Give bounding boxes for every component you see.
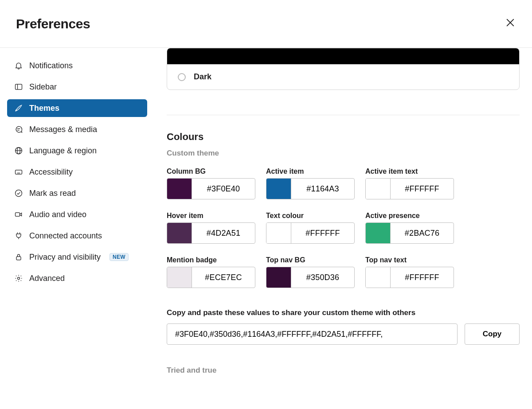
chat-icon xyxy=(14,125,23,134)
colour-cell-top-nav-text: Top nav text xyxy=(365,256,454,288)
colour-input-active-item-text[interactable] xyxy=(365,178,454,199)
colour-label: Mention badge xyxy=(167,256,255,264)
sidebar-item-privacy-and-visibility[interactable]: Privacy and visibilityNEW xyxy=(7,248,147,266)
svg-rect-7 xyxy=(16,170,22,174)
share-theme-label: Copy and paste these values to share you… xyxy=(167,308,520,317)
sidebar-item-label: Advanced xyxy=(29,274,65,283)
colour-label: Active presence xyxy=(365,212,454,220)
colour-hex-field[interactable] xyxy=(192,223,255,243)
preferences-sidebar: NotificationsSidebarThemesMessages & med… xyxy=(0,48,154,409)
colour-swatch[interactable] xyxy=(366,267,391,288)
colour-input-hover-item[interactable] xyxy=(167,222,255,244)
colour-grid: Column BGActive itemActive item textHove… xyxy=(167,167,520,288)
custom-theme-subheading: Custom theme xyxy=(167,149,520,158)
sidebar-item-notifications[interactable]: Notifications xyxy=(7,57,147,74)
colour-cell-top-nav-bg: Top nav BG xyxy=(266,256,355,288)
colour-hex-field[interactable] xyxy=(291,179,354,199)
colour-cell-active-item: Active item xyxy=(266,167,355,199)
colours-heading: Colours xyxy=(167,131,520,143)
colour-hex-field[interactable] xyxy=(391,179,454,199)
sidebar-item-label: Accessibility xyxy=(29,167,73,177)
svg-point-15 xyxy=(18,277,20,280)
colour-swatch[interactable] xyxy=(266,267,291,288)
globe-icon xyxy=(14,146,23,155)
sidebar-item-audio-and-video[interactable]: Audio and video xyxy=(7,206,147,223)
colour-swatch[interactable] xyxy=(366,179,391,199)
colour-hex-field[interactable] xyxy=(192,267,255,288)
sidebar-layout-icon xyxy=(14,82,23,91)
colour-swatch[interactable] xyxy=(167,179,192,199)
colour-input-top-nav-bg[interactable] xyxy=(266,267,355,288)
colour-input-active-presence[interactable] xyxy=(365,222,454,244)
colour-cell-hover-item: Hover item xyxy=(167,212,255,244)
tried-and-true-subheading: Tried and true xyxy=(167,366,520,375)
theme-mode-card: Dark xyxy=(167,48,520,90)
colour-label: Active item xyxy=(266,167,355,175)
colour-swatch[interactable] xyxy=(167,223,192,243)
colour-hex-field[interactable] xyxy=(391,223,454,243)
keyboard-icon xyxy=(14,167,23,176)
check-circle-icon xyxy=(14,189,23,198)
video-camera-icon xyxy=(14,210,23,219)
colour-hex-field[interactable] xyxy=(391,267,454,288)
colour-hex-field[interactable] xyxy=(291,267,354,288)
sidebar-item-connected-accounts[interactable]: Connected accounts xyxy=(7,227,147,245)
sidebar-item-label: Messages & media xyxy=(29,125,97,134)
colour-hex-field[interactable] xyxy=(291,223,354,243)
colour-cell-mention-badge: Mention badge xyxy=(167,256,255,288)
svg-rect-13 xyxy=(16,213,20,216)
colour-hex-field[interactable] xyxy=(192,179,255,199)
svg-point-12 xyxy=(16,190,22,197)
share-theme-input[interactable] xyxy=(167,323,458,345)
colour-label: Active item text xyxy=(365,167,454,175)
colour-input-top-nav-text[interactable] xyxy=(365,267,454,288)
brush-icon xyxy=(14,104,23,113)
lock-icon xyxy=(14,253,23,261)
colour-input-mention-badge[interactable] xyxy=(167,267,255,288)
close-icon xyxy=(505,18,515,29)
colour-cell-text-colour: Text colour xyxy=(266,212,355,244)
close-button[interactable] xyxy=(503,16,518,31)
theme-preview-dark xyxy=(167,48,519,64)
colour-label: Text colour xyxy=(266,212,355,220)
colour-label: Column BG xyxy=(167,167,255,175)
theme-mode-dark-option[interactable]: Dark xyxy=(167,64,519,90)
sidebar-item-label: Privacy and visibility xyxy=(29,253,101,262)
colour-input-column-bg[interactable] xyxy=(167,178,255,199)
new-badge: NEW xyxy=(110,253,129,261)
preferences-main: Dark Colours Custom theme Column BGActiv… xyxy=(154,48,532,409)
sidebar-item-label: Sidebar xyxy=(29,82,57,92)
preferences-header: Preferences xyxy=(0,0,532,48)
bell-icon xyxy=(14,61,23,70)
sidebar-item-language-region[interactable]: Language & region xyxy=(7,142,147,160)
colour-cell-active-item-text: Active item text xyxy=(365,167,454,199)
colour-label: Hover item xyxy=(167,212,255,220)
colour-input-text-colour[interactable] xyxy=(266,222,355,244)
colour-swatch[interactable] xyxy=(266,179,291,199)
sidebar-item-advanced[interactable]: Advanced xyxy=(7,269,147,287)
svg-rect-14 xyxy=(16,257,21,260)
colour-cell-active-presence: Active presence xyxy=(365,212,454,244)
sidebar-item-label: Mark as read xyxy=(29,189,76,198)
colour-label: Top nav text xyxy=(365,256,454,264)
sidebar-item-label: Connected accounts xyxy=(29,231,102,241)
colour-cell-column-bg: Column BG xyxy=(167,167,255,199)
colour-swatch[interactable] xyxy=(366,223,391,243)
page-title: Preferences xyxy=(16,16,90,31)
sidebar-item-label: Language & region xyxy=(29,146,97,156)
sidebar-item-label: Audio and video xyxy=(29,210,86,219)
sidebar-item-sidebar[interactable]: Sidebar xyxy=(7,78,147,96)
sidebar-item-label: Notifications xyxy=(29,61,73,70)
colour-label: Top nav BG xyxy=(266,256,355,264)
svg-rect-0 xyxy=(16,84,22,90)
copy-button[interactable]: Copy xyxy=(465,323,520,345)
colour-swatch[interactable] xyxy=(167,267,192,288)
sidebar-item-accessibility[interactable]: Accessibility xyxy=(7,163,147,181)
colour-swatch[interactable] xyxy=(266,223,291,243)
sidebar-item-mark-as-read[interactable]: Mark as read xyxy=(7,184,147,202)
sidebar-item-messages-media[interactable]: Messages & media xyxy=(7,121,147,138)
theme-mode-label: Dark xyxy=(194,72,211,82)
sidebar-item-themes[interactable]: Themes xyxy=(7,99,147,117)
plug-icon xyxy=(14,231,23,240)
colour-input-active-item[interactable] xyxy=(266,178,355,199)
